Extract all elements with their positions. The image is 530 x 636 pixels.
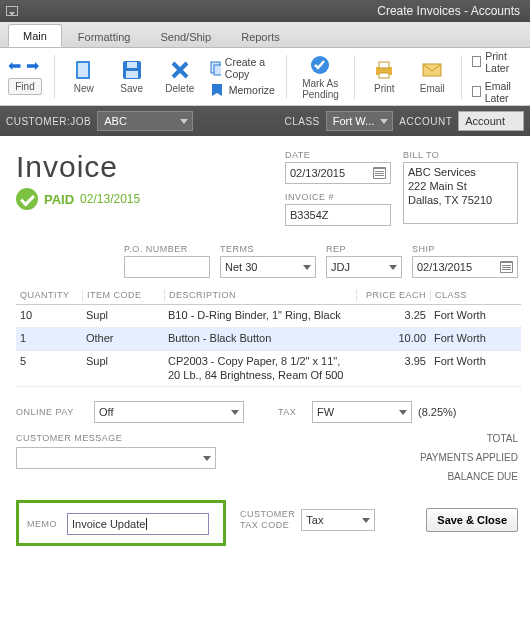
- title-bar: Create Invoices - Accounts: [0, 0, 530, 22]
- customerjob-dropdown[interactable]: ABC: [97, 111, 193, 131]
- page-title: Invoice: [16, 150, 265, 184]
- chevron-down-icon: [399, 410, 407, 415]
- window-menu-icon[interactable]: [6, 6, 18, 16]
- col-priceeach: PRICE EACH: [356, 290, 430, 301]
- account-label: ACCOUNT: [399, 116, 452, 127]
- ribbon: ⬅ ➡ Find New Save Delete Create a Copy M…: [0, 48, 530, 106]
- tax-dropdown[interactable]: FW: [312, 401, 412, 423]
- ship-label: SHIP: [412, 244, 518, 254]
- svg-rect-11: [379, 62, 389, 68]
- email-button[interactable]: Email: [413, 59, 451, 94]
- invoice-no-label: INVOICE #: [285, 192, 391, 202]
- col-class: CLASS: [430, 290, 510, 301]
- tab-main[interactable]: Main: [8, 24, 62, 47]
- calendar-icon[interactable]: [373, 167, 386, 179]
- account-dropdown[interactable]: Account: [458, 111, 524, 131]
- onlinepay-label: ONLINE PAY: [16, 407, 84, 417]
- customer-taxcode-label: CUSTOMERTAX CODE: [240, 509, 295, 531]
- svg-rect-1: [78, 63, 88, 77]
- chevron-down-icon: [203, 456, 211, 461]
- checkbox-icon: [472, 56, 481, 67]
- email-icon: [421, 59, 443, 81]
- date-field[interactable]: 02/13/2015: [285, 162, 391, 184]
- paid-stamp: PAID 02/13/2015: [16, 188, 265, 210]
- table-row[interactable]: 10SuplB10 - D-Ring Binder, 1" Ring, Blac…: [16, 305, 521, 328]
- svg-rect-4: [126, 71, 138, 78]
- payments-applied-label: PAYMENTS APPLIED: [398, 452, 518, 463]
- window-title: Create Invoices - Accounts: [24, 4, 524, 18]
- check-circle-icon: [309, 54, 331, 76]
- class-label: CLASS: [284, 116, 319, 127]
- context-bar: CUSTOMER:JOB ABC CLASS Fort W... ACCOUNT…: [0, 106, 530, 136]
- mark-pending-button[interactable]: Mark AsPending: [296, 54, 344, 100]
- billto-label: BILL TO: [403, 150, 518, 160]
- total-label: TOTAL: [398, 433, 518, 444]
- balance-due-label: BALANCE DUE: [398, 471, 518, 482]
- memorize-icon: [209, 82, 225, 98]
- email-later-checkbox[interactable]: Email Later: [472, 80, 524, 104]
- memo-label: MEMO: [27, 519, 57, 529]
- po-field[interactable]: [124, 256, 210, 278]
- memo-highlight: MEMO Invoice Update: [16, 500, 226, 546]
- onlinepay-dropdown[interactable]: Off: [94, 401, 244, 423]
- memorize-button[interactable]: Memorize: [209, 82, 275, 98]
- rep-dropdown[interactable]: JDJ: [326, 256, 402, 278]
- tab-reports[interactable]: Reports: [227, 26, 294, 47]
- svg-rect-12: [379, 73, 389, 78]
- tax-percent: (8.25%): [418, 406, 457, 418]
- customerjob-label: CUSTOMER:JOB: [6, 116, 91, 127]
- svg-rect-8: [214, 65, 221, 75]
- customer-message-label: CUSTOMER MESSAGE: [16, 433, 122, 443]
- new-icon: [73, 59, 95, 81]
- col-quantity: QUANTITY: [16, 290, 82, 301]
- paid-label: PAID: [44, 192, 74, 207]
- paid-date: 02/13/2015: [80, 192, 140, 206]
- nav-group: ⬅ ➡ Find: [6, 58, 44, 95]
- later-group: Print Later Email Later: [472, 50, 524, 104]
- terms-dropdown[interactable]: Net 30: [220, 256, 316, 278]
- delete-icon: [169, 59, 191, 81]
- create-copy-button[interactable]: Create a Copy: [209, 56, 276, 80]
- terms-label: TERMS: [220, 244, 316, 254]
- col-itemcode: ITEM CODE: [82, 290, 164, 301]
- invoice-no-field[interactable]: B3354Z: [285, 204, 391, 226]
- class-dropdown[interactable]: Fort W...: [326, 111, 394, 131]
- chevron-down-icon: [380, 119, 388, 124]
- ship-date-field[interactable]: 02/13/2015: [412, 256, 518, 278]
- next-arrow-icon[interactable]: ➡: [26, 58, 42, 74]
- new-button[interactable]: New: [65, 59, 103, 94]
- customer-message-dropdown[interactable]: [16, 447, 216, 469]
- memo-input[interactable]: Invoice Update: [67, 513, 209, 535]
- chevron-down-icon: [389, 265, 397, 270]
- print-later-checkbox[interactable]: Print Later: [472, 50, 524, 74]
- print-icon: [373, 59, 395, 81]
- prev-arrow-icon[interactable]: ⬅: [8, 58, 24, 74]
- delete-button[interactable]: Delete: [161, 59, 199, 94]
- tab-formatting[interactable]: Formatting: [64, 26, 145, 47]
- billto-field[interactable]: ABC Services 222 Main St Dallas, TX 7521…: [403, 162, 518, 224]
- copy-icon: [209, 60, 221, 76]
- checkbox-icon: [472, 86, 481, 97]
- rep-label: REP: [326, 244, 402, 254]
- chevron-down-icon: [303, 265, 311, 270]
- tab-sendship[interactable]: Send/Ship: [146, 26, 225, 47]
- line-items-table: QUANTITY ITEM CODE DESCRIPTION PRICE EAC…: [16, 290, 521, 387]
- po-label: P.O. NUMBER: [124, 244, 210, 254]
- chevron-down-icon: [231, 410, 239, 415]
- ribbon-tabs: Main Formatting Send/Ship Reports: [0, 22, 530, 48]
- calendar-icon[interactable]: [500, 261, 513, 273]
- save-button[interactable]: Save: [113, 59, 151, 94]
- print-button[interactable]: Print: [365, 59, 403, 94]
- svg-rect-3: [127, 62, 137, 68]
- find-button[interactable]: Find: [8, 78, 41, 95]
- chevron-down-icon: [180, 119, 188, 124]
- customer-taxcode-dropdown[interactable]: Tax: [301, 509, 375, 531]
- table-row[interactable]: 1OtherButton - Black Button10.00Fort Wor…: [16, 328, 521, 351]
- tax-label: TAX: [278, 407, 306, 417]
- save-close-button[interactable]: Save & Close: [426, 508, 518, 532]
- col-description: DESCRIPTION: [164, 290, 356, 301]
- table-row[interactable]: 5SuplCP2003 - Copy Paper, 8 1/2" x 11", …: [16, 351, 521, 388]
- save-icon: [121, 59, 143, 81]
- copy-memorize-group: Create a Copy Memorize: [209, 56, 276, 98]
- chevron-down-icon: [362, 518, 370, 523]
